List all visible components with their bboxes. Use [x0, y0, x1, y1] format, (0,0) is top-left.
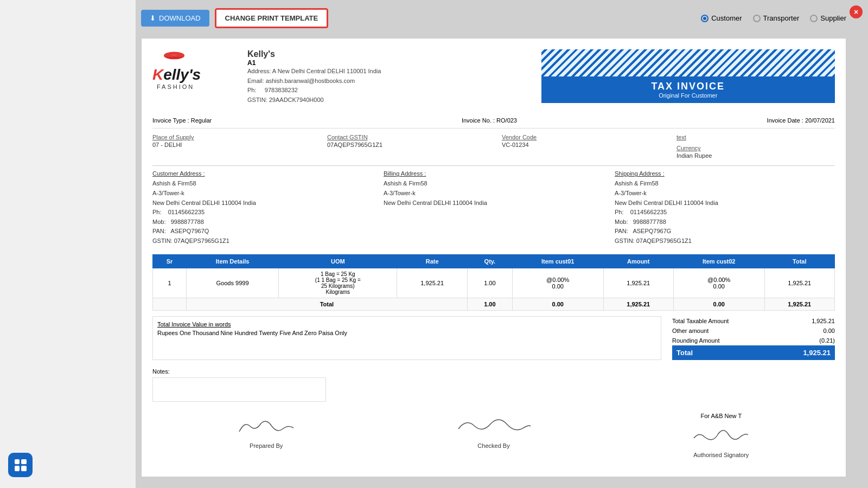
customer-line2: New Delhi Central DELHI 110004 India	[152, 200, 256, 206]
customer-mob: 9988877788	[171, 219, 204, 225]
radio-supplier-indicator[interactable]	[810, 15, 818, 22]
prepared-by-signature	[234, 413, 299, 440]
download-button[interactable]: ⬇ DOWNLOAD	[141, 10, 209, 27]
vendor-code-value: VC-01234	[502, 142, 660, 148]
gstin-label-text: GSTIN:	[247, 97, 267, 103]
radio-supplier[interactable]: Supplier	[810, 14, 846, 22]
company-info: Address: A New Delhi Central DELHI 11000…	[247, 67, 541, 105]
customer-address-text: Ashish & Firm58 A-3/Tower-k New Delhi Ce…	[152, 179, 373, 246]
radio-customer[interactable]: Customer	[701, 14, 742, 22]
logo-section: Kelly's FASHION	[152, 49, 239, 90]
col-item-details: Item Details	[186, 254, 278, 268]
company-gstin: 29AADCK7940H000	[269, 97, 324, 103]
row-rate: 1,925.21	[397, 268, 467, 298]
supply-info-row: Place of Supply 07 - DELHI Contact GSTIN…	[152, 134, 835, 159]
row-item-cust02: @0.00%0.00	[673, 268, 764, 298]
grid-icon-button[interactable]	[8, 453, 33, 477]
notes-section: Notes:	[152, 368, 835, 402]
total-label	[153, 298, 187, 310]
row-item-cust01: @0.00%0.00	[512, 268, 603, 298]
radio-transporter[interactable]: Transporter	[753, 14, 800, 22]
items-table: Sr Item Details UOM Rate Qty. Item cust0…	[152, 254, 835, 311]
address-grid: Customer Address : Ashish & Firm58 A-3/T…	[152, 170, 835, 246]
invoice-container: Kelly's FASHION Kelly's A1 Address: A Ne…	[141, 38, 846, 477]
invoice-meta: Invoice Type : Regular Invoice No. : RO/…	[152, 113, 835, 129]
change-template-button[interactable]: CHANGE PRINT TEMPLATE	[215, 8, 329, 28]
authorised-signature	[688, 422, 754, 449]
total-total: 1,925.21	[764, 298, 834, 310]
shipping-ph: 01145662235	[630, 209, 667, 215]
close-button[interactable]: ×	[850, 5, 863, 18]
other-label: Other amount	[672, 328, 709, 334]
billing-name: Ashish & Firm58	[384, 180, 427, 187]
shipping-mob: 9988877788	[633, 219, 666, 225]
company-details: Kelly's A1 Address: A New Delhi Central …	[239, 49, 541, 105]
checked-by-label: Checked By	[477, 442, 509, 449]
total-spacer: Total	[186, 298, 467, 310]
shipping-address-text: Ashish & Firm58 A-3/Tower-k New Delhi Ce…	[615, 179, 835, 246]
company-ph: 9783838232	[265, 87, 298, 93]
total-label-final: Total	[676, 349, 693, 357]
billing-address-text: Ashish & Firm58 A-3/Tower-k New Delhi Ce…	[384, 179, 604, 208]
place-of-supply-value: 07 - DELHI	[152, 142, 311, 148]
row-sr: 1	[153, 268, 187, 298]
tax-invoice-title: TAX INVOICE	[552, 81, 825, 92]
invoice-date: Invoice Date : 20/07/2021	[767, 117, 835, 124]
shipping-line1: A-3/Tower-k	[615, 190, 647, 196]
signatures-section: Prepared By Checked By For A&B New T Aut…	[152, 413, 835, 458]
col-item-cust02: Item cust02	[673, 254, 764, 268]
billing-address-col: Billing Address : Ashish & Firm58 A-3/To…	[384, 170, 604, 246]
place-of-supply-label: Place of Supply	[152, 134, 311, 140]
shipping-address-col: Shipping Address : Ashish & Firm58 A-3/T…	[615, 170, 835, 246]
notes-box[interactable]	[152, 377, 326, 402]
ph-label-text: Ph:	[247, 87, 257, 93]
row-qty: 1.00	[467, 268, 512, 298]
vendor-code-col: Vendor Code VC-01234	[502, 134, 660, 159]
for-company-label: For A&B New T	[701, 413, 742, 419]
brand-name: Kelly's	[152, 66, 201, 84]
shipping-pan: ASEPQ7967G	[633, 228, 671, 234]
email-label-text: Email:	[247, 78, 264, 84]
tax-invoice-sub: Original For Customer	[552, 92, 825, 99]
col-amount: Amount	[603, 254, 673, 268]
total-cust01: 0.00	[512, 298, 603, 310]
toolbar: ⬇ DOWNLOAD CHANGE PRINT TEMPLATE Custome…	[141, 8, 846, 28]
notes-label: Notes:	[152, 368, 835, 375]
shipping-name: Ashish & Firm58	[615, 180, 659, 187]
brand-sub: FASHION	[157, 84, 239, 90]
billing-address-label: Billing Address :	[384, 170, 604, 177]
totals-section: Total Invoice Value in words Rupees One …	[152, 316, 835, 360]
row-amount: 1,925.21	[603, 268, 673, 298]
tax-invoice-box: TAX INVOICE Original For Customer	[541, 76, 835, 103]
table-total-row: Total 1.00 0.00 1,925.21 0.00 1,925.21	[153, 298, 835, 310]
prepared-by-col: Prepared By	[152, 413, 380, 458]
company-address: A New Delhi Central DELHI 110001 India	[272, 68, 381, 74]
row-item-details: Goods 9999	[186, 268, 278, 298]
shipping-line2: New Delhi Central DELHI 110004 India	[615, 200, 718, 206]
checked-by-signature	[456, 413, 532, 440]
rounding-row: Rounding Amount (0.21)	[672, 336, 835, 345]
invoice-header: Kelly's FASHION Kelly's A1 Address: A Ne…	[152, 49, 835, 105]
col-sr: Sr	[153, 254, 187, 268]
col-item-cust01: Item cust01	[512, 254, 603, 268]
col-rate: Rate	[397, 254, 467, 268]
shipping-address-label: Shipping Address :	[615, 170, 835, 177]
table-header-row: Sr Item Details UOM Rate Qty. Item cust0…	[153, 254, 835, 268]
other-value: 0.00	[824, 328, 835, 334]
radio-transporter-indicator[interactable]	[753, 15, 761, 22]
currency-value: Indian Rupee	[676, 152, 835, 159]
download-icon: ⬇	[150, 14, 156, 22]
radio-customer-indicator[interactable]	[701, 15, 709, 22]
customer-line1: A-3/Tower-k	[152, 190, 184, 196]
total-cust02: 0.00	[673, 298, 764, 310]
row-uom: 1 Bag = 25 Kg(1 1 Bag = 25 Kg =25 Kilogr…	[279, 268, 397, 298]
taxable-row: Total Taxable Amount 1,925.21	[672, 316, 835, 326]
col-total: Total	[764, 254, 834, 268]
currency-label: Currency	[676, 145, 835, 151]
customer-ph: 01145662235	[168, 209, 205, 215]
invoice-type-label: Invoice Type : Regular	[152, 117, 212, 124]
contact-gstin-value: 07AQEPS7965G1Z1	[327, 142, 486, 148]
print-type-options: Customer Transporter Supplier	[701, 14, 846, 22]
checked-by-col: Checked By	[380, 413, 607, 458]
text-currency-col: text Currency Indian Rupee	[676, 134, 835, 159]
